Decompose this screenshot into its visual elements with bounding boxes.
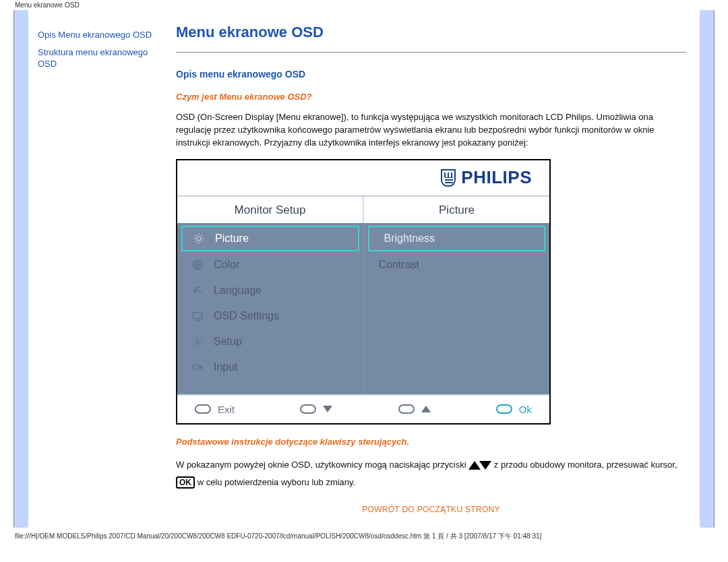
capsule-icon xyxy=(195,404,211,414)
divider xyxy=(176,52,686,53)
page-frame: Opis Menu ekranowego OSD Struktura menu … xyxy=(13,10,715,528)
section-heading-opis: Opis menu ekranowego OSD xyxy=(176,69,686,80)
gutter xyxy=(715,10,728,528)
osd-col-right: Brightness Contrast xyxy=(363,223,550,394)
svg-rect-10 xyxy=(193,313,202,319)
osd-spacer xyxy=(177,381,363,394)
triangle-down-icon xyxy=(323,406,332,412)
osd-body: Picture Color xyxy=(177,223,549,394)
osd-footer-up[interactable] xyxy=(398,404,431,415)
triangle-down-icon xyxy=(479,461,491,470)
osd-item-label: Input xyxy=(214,361,238,373)
philips-shield-icon xyxy=(441,169,456,187)
page-outer: Opis Menu ekranowego OSD Struktura menu … xyxy=(0,10,728,528)
osd-item-picture[interactable]: Picture xyxy=(181,226,359,251)
sidebar-link-opis[interactable]: Opis Menu ekranowego OSD xyxy=(38,29,165,41)
osd-item-label: Color xyxy=(214,259,239,271)
back-to-top-link[interactable]: POWRÓT DO POCZĄTKU STRONY xyxy=(176,505,686,514)
philips-wordmark: PHILIPS xyxy=(461,167,532,188)
svg-rect-14 xyxy=(193,365,200,369)
osd-item-label: Setup xyxy=(214,336,242,348)
osd-item-language[interactable]: Language xyxy=(177,278,363,304)
osd-header-picture: Picture xyxy=(364,197,549,223)
osd-footer: Exit Ok xyxy=(177,394,549,423)
ok-button-icon: OK xyxy=(176,476,195,489)
osd-item-label: Brightness xyxy=(384,232,435,245)
gear-icon xyxy=(189,336,206,348)
osd-item-label: Picture xyxy=(215,232,249,245)
doc-footer: file:///H|/OEM MODELS/Philips 2007/CD Ma… xyxy=(0,528,728,547)
sidebar: Opis Menu ekranowego OSD Struktura menu … xyxy=(28,10,173,528)
monitor-icon xyxy=(189,310,206,322)
main: Menu ekranowe OSD Opis menu ekranowego O… xyxy=(173,10,700,528)
globe-icon xyxy=(189,259,206,271)
osd-item-brightness[interactable]: Brightness xyxy=(368,226,546,251)
osd-item-osd-settings[interactable]: OSD Settings xyxy=(177,304,363,330)
svg-line-6 xyxy=(202,241,203,242)
para2-part-a: W pokazanym powyżej oknie OSD, użytkowni… xyxy=(176,460,466,470)
svg-line-7 xyxy=(195,241,197,242)
osd-footer-ok-label: Ok xyxy=(519,404,532,415)
osd-item-setup[interactable]: Setup xyxy=(177,330,363,355)
osd-footer-ok[interactable]: Ok xyxy=(496,404,532,415)
subsection-heading-instrukcje: Podstawowe instrukcje dotyczące klawiszy… xyxy=(176,437,686,447)
para2-part-c: w celu potwierdzenia wyboru lub zmiany. xyxy=(198,477,356,487)
svg-point-13 xyxy=(196,340,200,344)
input-icon xyxy=(189,361,206,373)
sidebar-link-struktura[interactable]: Struktura menu ekranowego OSD xyxy=(38,46,165,70)
page-title: Menu ekranowe OSD xyxy=(176,24,686,41)
osd-header-monitor-setup: Monitor Setup xyxy=(177,197,364,223)
osd-item-label: Contrast xyxy=(379,259,419,271)
osd-item-color[interactable]: Color xyxy=(177,253,363,278)
language-icon xyxy=(189,284,206,296)
osd-footer-exit[interactable]: Exit xyxy=(195,404,235,415)
blue-gutter-left xyxy=(14,10,28,528)
sun-icon xyxy=(191,232,207,245)
osd-panel: PHILIPS Monitor Setup Picture xyxy=(176,159,551,425)
svg-point-0 xyxy=(197,237,201,241)
content-wrap: Opis Menu ekranowego OSD Struktura menu … xyxy=(28,10,700,528)
blue-gutter-right xyxy=(700,10,714,528)
capsule-icon xyxy=(300,404,316,414)
para2-part-b: z przodu obudowy monitora, przesuwać kur… xyxy=(494,460,677,470)
osd-item-contrast[interactable]: Contrast xyxy=(364,253,550,278)
osd-column-headers: Monitor Setup Picture xyxy=(177,197,549,223)
osd-col-left: Picture Color xyxy=(177,223,363,394)
triangle-up-icon xyxy=(421,406,431,412)
capsule-icon xyxy=(398,404,415,414)
subsection-heading-czym: Czym jest Menu ekranowe OSD? xyxy=(176,92,686,102)
philips-logo: PHILIPS xyxy=(441,167,532,188)
osd-footer-down[interactable] xyxy=(300,404,332,415)
osd-item-label: OSD Settings xyxy=(214,310,279,322)
gutter xyxy=(0,10,13,528)
osd-brand-bar: PHILIPS xyxy=(177,160,549,197)
svg-line-5 xyxy=(195,235,197,236)
paragraph-intro: OSD (On-Screen Display [Menu ekranowe]),… xyxy=(176,111,686,150)
svg-line-8 xyxy=(202,235,203,236)
osd-footer-exit-label: Exit xyxy=(218,404,235,415)
osd-item-input[interactable]: Input xyxy=(177,355,363,381)
capsule-icon xyxy=(496,404,512,414)
paragraph-controls: W pokazanym powyżej oknie OSD, użytkowni… xyxy=(176,456,686,491)
osd-item-label: Language xyxy=(214,284,262,296)
doc-header: Menu ekranowe OSD xyxy=(0,0,728,10)
